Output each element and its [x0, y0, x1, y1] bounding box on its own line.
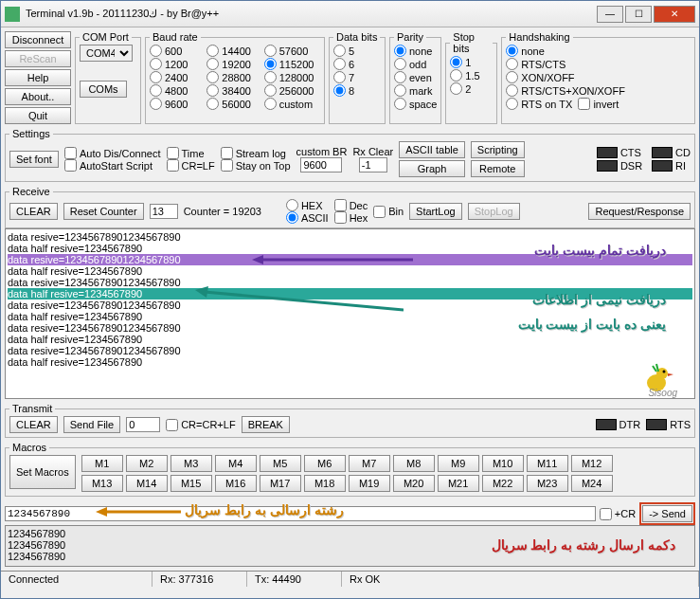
baud-256000[interactable]: 256000	[264, 84, 320, 97]
macro-m11[interactable]: M11	[527, 455, 568, 472]
baud-28800[interactable]: 28800	[206, 71, 262, 83]
baud-56000[interactable]: 56000	[206, 98, 262, 110]
baud-115200[interactable]: 115200	[264, 58, 320, 70]
macro-m7[interactable]: M7	[349, 455, 390, 472]
rx-ascii-radio[interactable]: ASCII	[286, 211, 329, 224]
baud-14400[interactable]: 14400	[206, 45, 262, 57]
baud-9600[interactable]: 9600	[150, 98, 206, 110]
macro-m5[interactable]: M5	[260, 455, 301, 472]
crlf-check[interactable]: CR=LF	[167, 159, 215, 172]
macro-m6[interactable]: M6	[304, 455, 346, 472]
baud-57600[interactable]: 57600	[264, 45, 320, 57]
parity-mark[interactable]: mark	[394, 84, 437, 97]
send-file-button[interactable]: Send File	[63, 416, 120, 433]
parity-none[interactable]: none	[394, 45, 437, 57]
baud-1200[interactable]: 1200	[150, 58, 206, 70]
delay-input[interactable]	[126, 417, 160, 432]
about-button[interactable]: About..	[5, 88, 71, 105]
macro-m12[interactable]: M12	[571, 455, 613, 472]
macro-m3[interactable]: M3	[171, 455, 212, 472]
disconnect-button[interactable]: Disconnect	[5, 31, 71, 48]
hs-xonxoff[interactable]: XON/XOFF	[506, 71, 691, 83]
parity-odd[interactable]: odd	[394, 58, 437, 70]
macro-m4[interactable]: M4	[215, 455, 257, 472]
transmit-clear-button[interactable]: CLEAR	[9, 416, 58, 433]
macro-m20[interactable]: M20	[393, 475, 435, 492]
macro-m10[interactable]: M10	[482, 455, 524, 472]
baud-19200[interactable]: 19200	[206, 58, 262, 70]
macro-m23[interactable]: M23	[527, 475, 568, 492]
time-check[interactable]: Time	[167, 147, 215, 159]
graph-button[interactable]: Graph	[399, 160, 465, 177]
stopbits-2[interactable]: 2	[450, 82, 493, 95]
receive-textarea[interactable]: data resive=12345678901234567890 data ha…	[5, 228, 695, 399]
baud-600[interactable]: 600	[150, 45, 206, 57]
rx-dec-check[interactable]: Dec	[334, 199, 368, 211]
macro-m14[interactable]: M14	[126, 475, 168, 492]
macro-m13[interactable]: M13	[81, 475, 123, 492]
cr-check[interactable]: +CR	[600, 508, 636, 520]
stopbits-1[interactable]: 1	[450, 56, 493, 68]
hs-both[interactable]: RTS/CTS+XON/XOFF	[506, 84, 691, 97]
rescan-button[interactable]: ReScan	[5, 50, 71, 67]
set-font-button[interactable]: Set font	[9, 151, 59, 168]
dtr-led[interactable]	[596, 419, 617, 430]
scripting-button[interactable]: Scripting	[471, 141, 525, 158]
auto-start-check[interactable]: AutoStart Script	[64, 159, 161, 172]
macro-m2[interactable]: M2	[126, 455, 168, 472]
stream-log-check[interactable]: Stream log	[221, 147, 291, 159]
macro-m17[interactable]: M17	[260, 475, 301, 492]
parity-space[interactable]: space	[394, 98, 437, 110]
macro-m19[interactable]: M19	[349, 475, 390, 492]
macro-m22[interactable]: M22	[482, 475, 524, 492]
stop-log-button[interactable]: StopLog	[468, 203, 520, 220]
maximize-button[interactable]: ☐	[625, 6, 652, 23]
counter-select[interactable]	[150, 204, 178, 219]
stay-on-top-check[interactable]: Stay on Top	[221, 159, 291, 172]
hs-none[interactable]: none	[506, 45, 691, 57]
set-macros-button[interactable]: Set Macros	[9, 455, 76, 489]
auto-dis-check[interactable]: Auto Dis/Connect	[64, 147, 161, 159]
macro-m8[interactable]: M8	[393, 455, 435, 472]
rts-led[interactable]	[646, 419, 667, 430]
macro-m18[interactable]: M18	[304, 475, 346, 492]
ascii-table-button[interactable]: ASCII table	[399, 141, 465, 158]
rx-hex-check[interactable]: Hex	[334, 211, 368, 224]
receive-clear-button[interactable]: CLEAR	[9, 203, 58, 220]
baud-128000[interactable]: 128000	[264, 71, 320, 83]
quit-button[interactable]: Quit	[5, 107, 71, 124]
baud-custom[interactable]: custom	[264, 98, 320, 110]
custom-br-input[interactable]	[300, 157, 342, 172]
databits-5[interactable]: 5	[333, 45, 381, 57]
databits-8[interactable]: 8	[333, 84, 381, 97]
close-button[interactable]: ✕	[654, 6, 695, 23]
hs-rtsontx[interactable]: RTS on TX	[506, 98, 572, 110]
com-port-select[interactable]: COM4	[80, 45, 133, 62]
start-log-button[interactable]: StartLog	[409, 203, 462, 220]
hs-rtscts[interactable]: RTS/CTS	[506, 58, 691, 70]
remote-button[interactable]: Remote	[471, 160, 525, 177]
databits-7[interactable]: 7	[333, 71, 381, 83]
coms-button[interactable]: COMs	[80, 81, 127, 98]
baud-2400[interactable]: 2400	[150, 71, 206, 83]
macro-m15[interactable]: M15	[171, 475, 212, 492]
macro-m16[interactable]: M16	[215, 475, 257, 492]
hs-invert[interactable]: invert	[578, 98, 619, 110]
rx-hex-radio[interactable]: HEX	[286, 199, 329, 211]
request-response-button[interactable]: Request/Response	[588, 203, 691, 220]
help-button[interactable]: Help	[5, 69, 71, 86]
send-log[interactable]: 1234567890 1234567890 1234567890 دکمه ار…	[5, 525, 695, 567]
databits-6[interactable]: 6	[333, 58, 381, 70]
minimize-button[interactable]: —	[597, 6, 623, 23]
macro-m24[interactable]: M24	[571, 475, 613, 492]
stopbits-1-5[interactable]: 1.5	[450, 69, 493, 82]
baud-4800[interactable]: 4800	[150, 84, 206, 97]
send-button[interactable]: -> Send	[642, 505, 692, 522]
macro-m1[interactable]: M1	[81, 455, 123, 472]
rx-clear-input[interactable]	[359, 157, 387, 172]
cr-crlf-check[interactable]: CR=CR+LF	[166, 419, 235, 431]
break-button[interactable]: BREAK	[242, 416, 290, 433]
macro-m9[interactable]: M9	[438, 455, 479, 472]
baud-38400[interactable]: 38400	[206, 84, 262, 97]
macro-m21[interactable]: M21	[438, 475, 479, 492]
